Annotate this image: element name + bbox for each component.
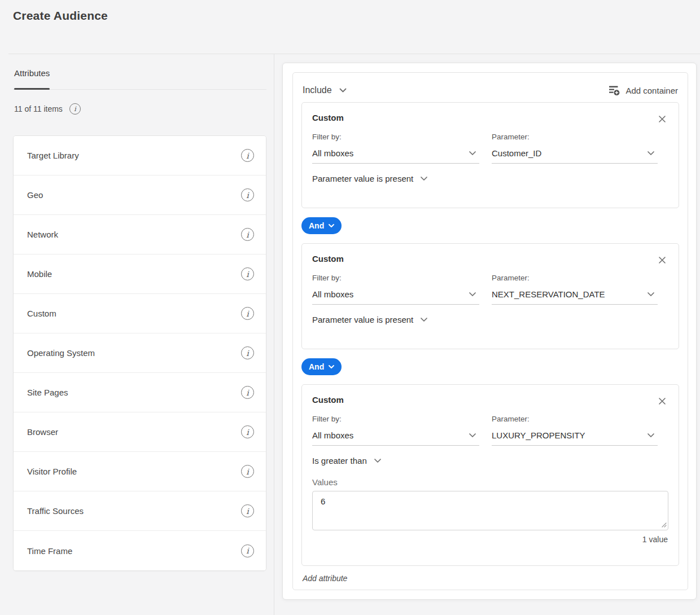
- parameter-field: Parameter: NEXT_RESERVATION_DATE: [492, 274, 658, 305]
- attribute-label: Site Pages: [27, 388, 68, 397]
- audience-rule-card: Custom Filter by: All mboxes Parame: [301, 384, 679, 566]
- parameter-dropdown[interactable]: NEXT_RESERVATION_DATE: [492, 289, 658, 305]
- info-icon-glyph: i: [246, 349, 248, 358]
- info-icon[interactable]: i: [241, 544, 254, 557]
- info-icon[interactable]: i: [241, 346, 254, 359]
- info-icon-glyph: i: [246, 270, 248, 279]
- chevron-down-icon: [374, 459, 381, 463]
- include-dropdown[interactable]: Include: [303, 85, 347, 95]
- filter-by-dropdown[interactable]: All mboxes: [312, 148, 479, 164]
- rule-card-title: Custom: [312, 395, 344, 405]
- attribute-label: Geo: [27, 190, 43, 200]
- filter-by-field: Filter by: All mboxes: [312, 274, 479, 305]
- parameter-field: Parameter: LUXURY_PROPENSITY: [492, 415, 658, 446]
- info-icon[interactable]: i: [241, 228, 254, 241]
- info-icon[interactable]: i: [241, 465, 254, 478]
- info-icon[interactable]: i: [241, 425, 254, 438]
- close-icon[interactable]: [657, 114, 667, 124]
- info-icon-glyph: i: [246, 388, 248, 397]
- operator-dropdown[interactable]: Parameter value is present: [312, 315, 427, 324]
- attribute-list-item[interactable]: Target Library i: [14, 136, 266, 175]
- filter-by-dropdown[interactable]: All mboxes: [312, 430, 479, 446]
- info-icon-glyph: i: [246, 309, 248, 318]
- parameter-dropdown[interactable]: Customer_ID: [492, 148, 658, 164]
- filter-by-value: All mboxes: [312, 289, 353, 299]
- filter-by-dropdown[interactable]: All mboxes: [312, 289, 479, 305]
- resize-handle-icon[interactable]: [660, 521, 667, 528]
- and-dropdown-button[interactable]: And: [301, 358, 342, 375]
- filter-by-field: Filter by: All mboxes: [312, 415, 479, 446]
- combinator-row: And: [301, 217, 679, 234]
- filter-by-label: Filter by:: [312, 274, 479, 282]
- values-label: Values: [312, 477, 668, 487]
- attribute-label: Mobile: [27, 269, 52, 279]
- rule-card-title: Custom: [312, 254, 344, 263]
- include-container: Include Add container: [292, 72, 688, 590]
- operator-value: Is greater than: [312, 456, 367, 465]
- info-icon-glyph: i: [246, 151, 248, 160]
- add-container-button[interactable]: Add container: [609, 85, 678, 96]
- chevron-down-icon: [421, 177, 427, 181]
- chevron-down-icon: [648, 151, 654, 155]
- info-icon[interactable]: i: [241, 149, 254, 162]
- attribute-list-item[interactable]: Visitor Profile i: [14, 452, 266, 491]
- audience-builder-panel: Include Add container: [282, 63, 697, 600]
- attribute-list: Target Library i Geo i Network i Mobile …: [13, 135, 266, 571]
- info-icon[interactable]: i: [241, 386, 254, 399]
- attribute-list-item[interactable]: Custom i: [14, 294, 266, 333]
- attribute-list-item[interactable]: Mobile i: [14, 254, 266, 294]
- and-dropdown-button[interactable]: And: [301, 217, 342, 234]
- include-row: Include Add container: [301, 78, 679, 102]
- rule-card-header: Custom: [312, 254, 668, 265]
- attribute-list-item[interactable]: Geo i: [14, 175, 266, 215]
- add-attribute-dropzone[interactable]: Add attribute: [301, 566, 679, 583]
- chevron-down-icon: [469, 433, 476, 437]
- parameter-field: Parameter: Customer_ID: [492, 133, 658, 164]
- tab-attributes-label: Attributes: [14, 68, 50, 78]
- chevron-down-icon: [648, 433, 654, 437]
- attribute-list-item[interactable]: Time Frame i: [14, 531, 266, 570]
- and-label: And: [309, 221, 324, 230]
- close-icon[interactable]: [657, 396, 667, 406]
- include-dropdown-value: Include: [303, 85, 332, 95]
- chevron-down-icon: [648, 292, 654, 296]
- chevron-down-icon: [329, 224, 334, 227]
- rule-card-title: Custom: [312, 113, 344, 122]
- values-section: Values 6 1 value: [312, 477, 668, 544]
- values-input[interactable]: 6: [312, 491, 668, 530]
- items-count: 11 of 11 items: [14, 104, 63, 113]
- chevron-down-icon: [469, 292, 476, 296]
- attribute-label: Target Library: [27, 151, 79, 160]
- info-icon-glyph: i: [246, 230, 248, 239]
- parameter-dropdown[interactable]: LUXURY_PROPENSITY: [492, 430, 658, 446]
- attribute-label: Traffic Sources: [27, 506, 84, 516]
- attribute-list-item[interactable]: Browser i: [14, 412, 266, 452]
- attribute-list-item[interactable]: Site Pages i: [14, 373, 266, 412]
- info-icon-glyph: i: [74, 105, 76, 113]
- info-icon[interactable]: i: [241, 267, 254, 280]
- info-icon[interactable]: i: [69, 103, 81, 115]
- items-count-row: 11 of 11 items i: [14, 103, 81, 115]
- rule-card-header: Custom: [312, 113, 668, 124]
- close-icon[interactable]: [657, 255, 667, 265]
- filter-by-label: Filter by:: [312, 415, 479, 423]
- operator-dropdown[interactable]: Is greater than: [312, 456, 381, 465]
- chevron-down-icon: [469, 151, 476, 155]
- rule-card-header: Custom: [312, 395, 668, 406]
- info-icon[interactable]: i: [241, 307, 254, 320]
- attribute-list-item[interactable]: Network i: [14, 215, 266, 254]
- operator-dropdown[interactable]: Parameter value is present: [312, 174, 427, 183]
- parameter-label: Parameter:: [492, 415, 658, 423]
- tab-attributes[interactable]: Attributes: [14, 68, 50, 78]
- audience-rule-card: Custom Filter by: All mboxes Parame: [301, 243, 679, 349]
- info-icon[interactable]: i: [241, 188, 254, 201]
- attribute-list-item[interactable]: Operating System i: [14, 333, 266, 373]
- parameter-label: Parameter:: [492, 274, 658, 282]
- info-icon[interactable]: i: [241, 504, 254, 517]
- rule-card-fields: Filter by: All mboxes Parameter: NEXT_RE…: [312, 274, 668, 305]
- rule-card-fields: Filter by: All mboxes Parameter: LUXURY_…: [312, 415, 668, 446]
- filter-by-value: All mboxes: [312, 148, 353, 158]
- chevron-down-icon: [421, 318, 427, 322]
- attribute-list-item[interactable]: Traffic Sources i: [14, 491, 266, 531]
- info-icon-glyph: i: [246, 191, 248, 200]
